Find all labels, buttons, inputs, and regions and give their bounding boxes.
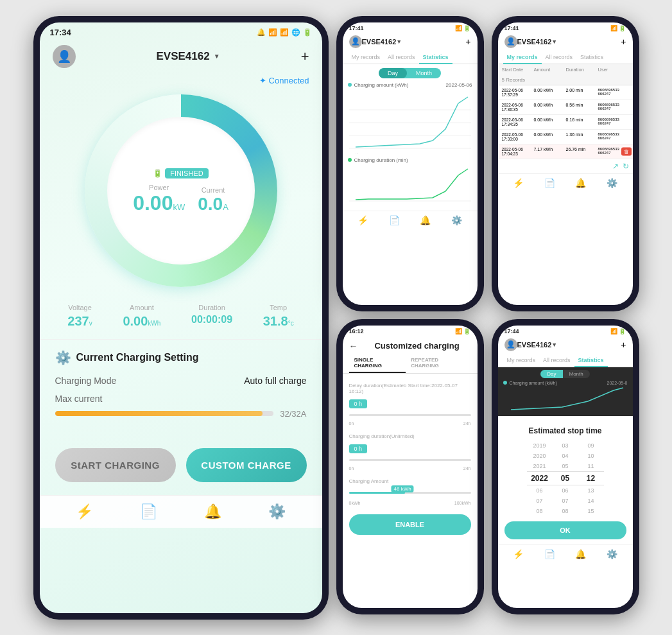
stop-time-label: Estimated stop time	[498, 416, 633, 440]
phone2-add-button[interactable]: +	[621, 37, 626, 47]
phone4-nav-records[interactable]: 📄	[544, 549, 555, 559]
power-label: Power	[149, 184, 169, 191]
phone2-nav-records[interactable]: 📄	[544, 178, 555, 188]
phone1-header: 👤 EVSE4162 ▼ +	[343, 33, 478, 51]
phone1-toggle-day[interactable]: Day	[379, 68, 407, 78]
phone3-screen: 16:12 📶 🔋 ← Customized charging SINGLE C…	[343, 326, 478, 608]
phone2-nav-bell[interactable]: 🔔	[575, 178, 586, 188]
phone4-dropdown[interactable]: ▼	[551, 342, 557, 348]
phone2-nav-power[interactable]: ⚡	[513, 178, 524, 188]
phone4-toggle-day[interactable]: Day	[540, 370, 562, 378]
phone4-nav-settings[interactable]: ⚙️	[607, 549, 617, 559]
bluetooth-status: ✦ Connected	[40, 73, 322, 88]
main-header: 👤 EVSE4162 ▼ +	[40, 40, 322, 73]
phone-stop-time: 17:44 📶 🔋 👤 EVSE4162 ▼ + My records All …	[492, 319, 639, 614]
phone4-toggle-month[interactable]: Month	[563, 370, 590, 378]
records-actions: ↗ ↻	[498, 159, 633, 173]
phone4-nav-power[interactable]: ⚡	[513, 549, 524, 559]
voltage-value: 237v	[67, 314, 92, 329]
export-icon[interactable]: ↗	[612, 162, 619, 171]
picker-day-selected[interactable]: 12	[578, 471, 604, 485]
add-device-button[interactable]: +	[301, 48, 309, 65]
delete-record-button[interactable]: 🗑	[621, 147, 632, 155]
voltage-metric: Voltage 237v	[67, 304, 92, 329]
phone2-tab-my-records[interactable]: My records	[503, 51, 542, 64]
main-phone: 17:34 🔔📶📶🌐🔋 👤 EVSE4162 ▼ + ✦ Connected	[33, 16, 329, 620]
avatar[interactable]: 👤	[53, 45, 76, 68]
phone1-dropdown[interactable]: ▼	[396, 39, 402, 45]
picker-container: 2019 2020 2021 2022 06 07 08 03 04	[498, 440, 633, 516]
phone4-device-name: EVSE4162	[517, 341, 552, 349]
phone1-add-button[interactable]: +	[465, 37, 470, 47]
table-row: 2022-05-0617:36:35 0.00 kWh 0.56 min 860…	[498, 100, 633, 115]
phone2-avatar[interactable]: 👤	[504, 35, 517, 48]
max-current-label: Max current	[55, 394, 307, 404]
phone4-nav-bell[interactable]: 🔔	[575, 549, 586, 559]
phone1-nav-bell[interactable]: 🔔	[420, 215, 431, 225]
phone1-tab-statistics[interactable]: Statistics	[419, 51, 452, 64]
main-time: 17:34	[50, 28, 71, 37]
ok-button[interactable]: OK	[504, 521, 626, 539]
charging-mode-value: Auto full charge	[244, 376, 306, 386]
phone4-screen: 17:44 📶 🔋 👤 EVSE4162 ▼ + My records All …	[498, 326, 633, 608]
phone1-nav-records[interactable]: 📄	[389, 215, 400, 225]
nav-notifications-icon[interactable]: 🔔	[204, 503, 221, 520]
refresh-icon[interactable]: ↻	[623, 162, 629, 171]
custom-charge-button[interactable]: CUSTOM CHARGE	[186, 448, 307, 482]
phones-grid: 17:41 📶 🔋 👤 EVSE4162 ▼ + My records All …	[336, 16, 639, 614]
phone4-tabs: My records All records Statistics	[498, 354, 633, 367]
picker-month-selected[interactable]: 05	[553, 471, 578, 485]
svg-text:...: ...	[356, 150, 358, 154]
nav-settings-icon[interactable]: ⚙️	[268, 503, 286, 520]
enable-button[interactable]: ENABLE	[349, 514, 471, 535]
phone4-avatar[interactable]: 👤	[504, 338, 517, 351]
charging-duration-slider[interactable]	[349, 456, 471, 465]
finished-label: 🔋 FINISHED	[153, 168, 208, 178]
phone1-nav-power[interactable]: ⚡	[358, 215, 368, 225]
nav-records-icon[interactable]: 📄	[140, 503, 157, 520]
phone2-dropdown[interactable]: ▼	[551, 39, 557, 45]
picker-day-col: 09 10 11 12 13 14 15	[578, 440, 604, 516]
phone1-tab-my-records[interactable]: My records	[348, 51, 384, 64]
temp-metric: Temp 31.8°c	[263, 304, 294, 329]
phone2-tab-statistics[interactable]: Statistics	[576, 51, 607, 64]
phone1-tab-all-records[interactable]: All records	[384, 51, 419, 64]
gauge-outer-ring: 🔋 FINISHED Power 0.00kW Curren	[85, 94, 277, 287]
phone1-avatar[interactable]: 👤	[349, 35, 362, 48]
phone2-tab-all-records[interactable]: All records	[542, 51, 577, 64]
back-arrow-icon[interactable]: ←	[349, 341, 358, 351]
phone4-tab-all-records[interactable]: All records	[539, 354, 574, 367]
phone2-header: 👤 EVSE4162 ▼ +	[498, 33, 633, 51]
phone4-tab-statistics[interactable]: Statistics	[574, 354, 608, 367]
dropdown-arrow-icon[interactable]: ▼	[214, 53, 220, 60]
charging-amount-slider[interactable]: 46 kWh	[349, 487, 471, 500]
phone2-tabs: My records All records Statistics	[498, 51, 633, 64]
table-row: 2022-05-0617:37:29 0.00 kWh 2.00 min 860…	[498, 85, 633, 100]
main-phone-screen: 17:34 🔔📶📶🌐🔋 👤 EVSE4162 ▼ + ✦ Connected	[40, 22, 322, 613]
phone2-nav-settings[interactable]: ⚙️	[607, 178, 617, 188]
phone1-nav-settings[interactable]: ⚙️	[451, 215, 462, 225]
phone1-tabs: My records All records Statistics	[343, 51, 478, 64]
phone1-chart-svg: ...	[348, 91, 472, 155]
phone4-chart-legend: Charging amount (kWh) 2022-05-0	[503, 381, 628, 385]
phone4-tab-my-records[interactable]: My records	[503, 354, 540, 367]
phone-customized: 16:12 📶 🔋 ← Customized charging SINGLE C…	[336, 319, 484, 614]
phone1-toggle-month[interactable]: Month	[407, 68, 441, 78]
phone4-add-button[interactable]: +	[621, 340, 626, 350]
phone3-tab-single[interactable]: SINGLE CHARGING	[349, 354, 406, 373]
current-metric: Current 0.0A	[198, 186, 228, 213]
phone3-tab-repeated[interactable]: REPEATED CHARGING	[406, 354, 470, 373]
phone3-status-bar: 16:12 📶 🔋	[343, 326, 478, 336]
phone1-screen: 17:41 📶 🔋 👤 EVSE4162 ▼ + My records All …	[343, 22, 478, 305]
start-charging-button[interactable]: StART CHARGING	[55, 448, 176, 482]
action-buttons: StART CHARGING CUSTOM CHARGE	[40, 442, 322, 495]
delay-slider[interactable]	[349, 411, 471, 420]
picker-year-selected[interactable]: 2022	[527, 471, 553, 485]
gauge-container: 🔋 FINISHED Power 0.00kW Curren	[40, 88, 322, 293]
nav-home-icon[interactable]: ⚡	[76, 503, 93, 520]
main-bottom-nav: ⚡ 📄 🔔 ⚙️	[40, 495, 322, 528]
table-row-highlighted: 2022-05-0617:04:23 7.17 kWh 26.76 min 86…	[498, 144, 633, 159]
power-metric: Power 0.00kW	[133, 184, 185, 213]
phone2-time: 17:41	[504, 25, 519, 31]
bottom-metrics: Voltage 237v Amount 0.00kWh Duration 00:…	[40, 293, 322, 340]
